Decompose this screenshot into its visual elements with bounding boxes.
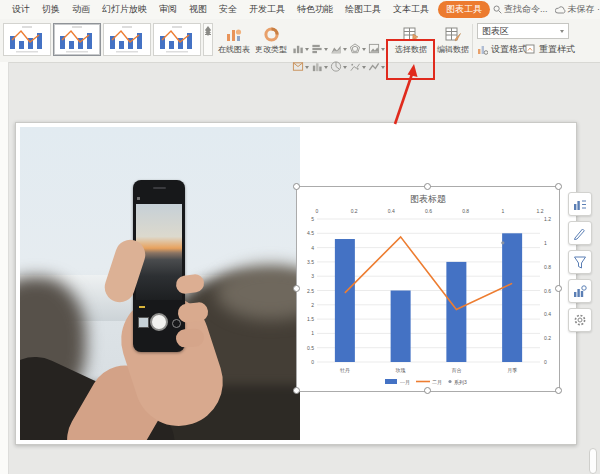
selection-handle[interactable] bbox=[293, 285, 300, 292]
svg-text:百合: 百合 bbox=[451, 367, 461, 374]
menu-tab[interactable]: 审阅 bbox=[153, 3, 183, 16]
menu-tab[interactable]: 动画 bbox=[66, 3, 96, 16]
svg-text:玫瑰: 玫瑰 bbox=[395, 367, 406, 374]
svg-text:3.5: 3.5 bbox=[307, 259, 314, 265]
svg-text:0.4: 0.4 bbox=[544, 311, 551, 317]
chart-type-button[interactable] bbox=[349, 61, 366, 73]
menu-tab[interactable]: 设计 bbox=[6, 3, 36, 16]
svg-text:二月: 二月 bbox=[432, 379, 442, 386]
select-data-button[interactable]: 选择数据 bbox=[390, 23, 432, 59]
chart-style-thumbnail[interactable] bbox=[153, 23, 201, 56]
settings-gear-icon bbox=[573, 313, 587, 327]
edit-data-icon bbox=[445, 27, 462, 42]
menu-tab[interactable]: 文本工具 bbox=[387, 3, 435, 16]
bar-chart-icon bbox=[311, 43, 323, 55]
change-type-button[interactable]: 更改类型 bbox=[252, 23, 290, 59]
chart-type-button[interactable] bbox=[292, 61, 309, 73]
chart-type-button[interactable] bbox=[330, 43, 347, 55]
selection-handle[interactable] bbox=[555, 183, 562, 190]
phone-camera-toolbar bbox=[137, 197, 181, 200]
selection-handle[interactable] bbox=[555, 387, 562, 394]
chart-type-button[interactable] bbox=[292, 43, 309, 55]
svg-text:0.8: 0.8 bbox=[544, 264, 551, 270]
svg-text:0: 0 bbox=[544, 359, 547, 365]
chevron-down-icon bbox=[343, 66, 347, 69]
svg-text:1.2: 1.2 bbox=[537, 208, 544, 214]
selection-handle[interactable] bbox=[293, 183, 300, 190]
chart-type-button[interactable] bbox=[368, 61, 385, 73]
menu-tab[interactable]: 幻灯片放映 bbox=[96, 3, 153, 16]
picture-chart-icon bbox=[368, 43, 380, 55]
chevron-down-icon bbox=[324, 66, 328, 69]
online-chart-icon bbox=[226, 27, 242, 42]
phone-flip-camera-icon bbox=[172, 319, 181, 328]
gallery-more-icon[interactable] bbox=[205, 32, 211, 53]
chart-style-thumbnail[interactable] bbox=[3, 23, 51, 56]
scatter-chart-icon bbox=[349, 61, 361, 73]
phone-shutter-button bbox=[150, 313, 168, 331]
menu-tab[interactable]: 绘图工具 bbox=[339, 3, 387, 16]
envelope-chart-icon bbox=[292, 61, 304, 73]
menu-tab[interactable]: 开发工具 bbox=[243, 3, 291, 16]
filter-funnel-button[interactable] bbox=[568, 250, 592, 274]
svg-text:2.5: 2.5 bbox=[307, 288, 314, 294]
chart-elements-icon bbox=[573, 197, 587, 211]
chart-element-dropdown[interactable]: 图表区 bbox=[477, 23, 569, 39]
chart-style-thumbnail[interactable] bbox=[53, 23, 101, 56]
selection-handle[interactable] bbox=[424, 387, 431, 394]
chevron-down-icon bbox=[324, 48, 328, 51]
svg-text:图表标题: 图表标题 bbox=[410, 194, 446, 204]
set-format-button[interactable]: 设置格式 bbox=[477, 43, 527, 56]
radar-chart-icon bbox=[349, 43, 361, 55]
chevron-down-icon bbox=[362, 66, 366, 69]
svg-text:系列3: 系列3 bbox=[454, 379, 467, 386]
menu-tab[interactable]: 安全 bbox=[213, 3, 243, 16]
phone-gallery-thumb bbox=[138, 317, 149, 328]
svg-text:4: 4 bbox=[311, 245, 314, 251]
svg-text:0.8: 0.8 bbox=[462, 208, 469, 214]
style-brush-button[interactable] bbox=[568, 221, 592, 245]
chart-type-button[interactable] bbox=[311, 43, 328, 55]
svg-text:4.5: 4.5 bbox=[307, 230, 314, 236]
chart-elements-button[interactable] bbox=[568, 192, 592, 216]
chart-type-button[interactable] bbox=[330, 61, 347, 73]
menu-tab[interactable]: 切换 bbox=[36, 3, 66, 16]
chart-object[interactable]: 图表标题00.511.522.533.544.5500.20.40.60.811… bbox=[296, 186, 560, 392]
search-placeholder: 查找命令... bbox=[504, 3, 548, 16]
photo-hand-holding-phone[interactable] bbox=[20, 127, 300, 440]
line-chart-icon bbox=[368, 61, 380, 73]
selection-handle[interactable] bbox=[555, 285, 562, 292]
command-search[interactable]: 查找命令... bbox=[493, 3, 548, 16]
settings-gear-button[interactable] bbox=[568, 308, 592, 332]
svg-text:1: 1 bbox=[544, 240, 547, 246]
chevron-down-icon bbox=[381, 66, 385, 69]
svg-text:0.5: 0.5 bbox=[307, 345, 314, 351]
svg-text:3: 3 bbox=[311, 273, 314, 279]
save-status[interactable]: 未保存 · bbox=[555, 3, 600, 16]
menu-tab-active[interactable]: 图表工具 bbox=[438, 1, 490, 18]
svg-text:月季: 月季 bbox=[507, 367, 517, 374]
menu-tab[interactable]: 视图 bbox=[183, 3, 213, 16]
svg-text:0.6: 0.6 bbox=[544, 288, 551, 294]
svg-text:牡丹: 牡丹 bbox=[340, 367, 350, 373]
chevron-down-icon bbox=[381, 48, 385, 51]
chevron-down-icon bbox=[305, 66, 309, 69]
edit-data-button[interactable]: 编辑数据 bbox=[436, 23, 470, 59]
chart-type-button[interactable] bbox=[311, 61, 328, 73]
chart-type-button[interactable] bbox=[368, 43, 385, 55]
svg-text:0.2: 0.2 bbox=[544, 335, 551, 341]
ribbon: 在线图表 更改类型 选择数据 编辑数据 图表区 bbox=[0, 19, 600, 63]
chart-style-thumbnail[interactable] bbox=[103, 23, 151, 56]
change-type-icon bbox=[264, 27, 279, 42]
reset-style-button[interactable]: 重置样式 bbox=[525, 43, 575, 56]
chart-type-button[interactable] bbox=[349, 43, 366, 55]
gallery-scroll[interactable] bbox=[203, 23, 213, 56]
online-chart-button[interactable]: 在线图表 bbox=[216, 23, 252, 59]
menu-tab[interactable]: 特色功能 bbox=[291, 3, 339, 16]
phone-speaker bbox=[153, 187, 166, 189]
vertical-scrollbar-thumb[interactable] bbox=[589, 448, 597, 474]
quick-chart-button[interactable] bbox=[568, 279, 592, 303]
selection-handle[interactable] bbox=[293, 387, 300, 394]
selection-handle[interactable] bbox=[424, 183, 431, 190]
svg-text:0.6: 0.6 bbox=[425, 208, 432, 214]
